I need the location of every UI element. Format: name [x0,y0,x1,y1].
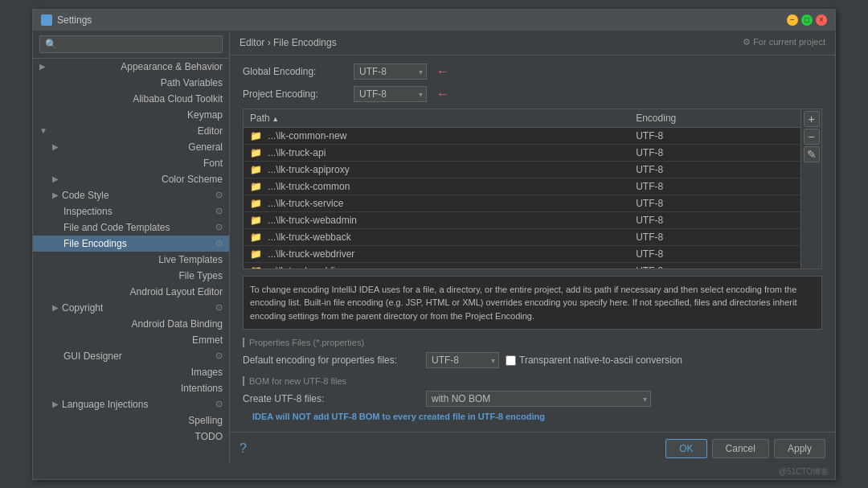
transparent-conversion-checkbox[interactable] [506,355,516,366]
path-cell: 📁 ...\lk-truck-webfixer [244,262,629,269]
global-encoding-select[interactable]: UTF-8 UTF-16 ISO-8859-1 GBK [354,64,427,80]
folder-icon: 📁 [250,265,262,269]
table-row[interactable]: 📁 ...\lk-truck-webadmin UTF-8 [244,211,800,228]
bom-section: BOM for new UTF-8 files Create UTF-8 fil… [243,376,822,421]
sidebar-item-android-data-binding[interactable]: Android Data Binding [33,316,229,332]
sidebar-item-file-encodings[interactable]: File Encodings⊙ [33,236,229,252]
sidebar-item-file-code-templates[interactable]: File and Code Templates⊙ [33,219,229,236]
table-action-buttons: + − ✎ [800,109,821,269]
encoding-cell: UTF-8 [629,127,800,144]
sidebar-item-label: Images [191,367,223,378]
close-button[interactable]: × [816,14,827,26]
minimize-button[interactable]: − [787,14,798,26]
sidebar-item-emmet[interactable]: Emmet [33,332,229,348]
sidebar-item-code-style[interactable]: ▶Code Style⊙ [33,187,229,203]
sidebar-item-label: Font [203,158,223,169]
path-encoding-table-container: Path Encoding 📁 ...\lk-common-new UTF-8 … [243,109,822,269]
sidebar-item-alibaba[interactable]: Alibaba Cloud Toolkit [33,91,229,107]
table-row[interactable]: 📁 ...\lk-truck-apiproxy UTF-8 [244,161,800,178]
sidebar-item-gui-designer[interactable]: GUI Designer⊙ [33,348,229,364]
help-button[interactable]: ? [240,441,247,456]
path-cell: 📁 ...\lk-truck-apiproxy [244,161,629,178]
encoding-column-header[interactable]: Encoding [629,109,800,128]
arrow-icon: ▶ [52,142,59,151]
app-icon [41,14,52,26]
arrow-icon: ▶ [52,191,59,199]
project-encoding-select[interactable]: UTF-8 UTF-16 ISO-8859-1 GBK [354,86,427,102]
sidebar-item-todo[interactable]: TODO [33,429,229,445]
bom-note-prefix: IDEA will NOT add [252,412,332,421]
sidebar-item-label: File and Code Templates [63,222,170,233]
sidebar-item-label: Alibaba Cloud Toolkit [133,93,223,105]
encoding-cell: UTF-8 [629,228,800,245]
sidebar-item-intentions[interactable]: Intentions [33,380,229,396]
remove-row-button[interactable]: − [804,129,820,145]
table-wrapper: Path Encoding 📁 ...\lk-common-new UTF-8 … [244,109,800,269]
sidebar-item-label: Keymap [187,109,223,121]
footer: ? OK Cancel Apply [230,432,835,465]
right-panel: Editor › File Encodings ⚙ For current pr… [230,31,835,465]
sidebar-item-keymap[interactable]: Keymap [33,107,229,123]
settings-panel: Global Encoding: UTF-8 UTF-16 ISO-8859-1… [230,55,835,432]
add-row-button[interactable]: + [804,111,820,127]
sidebar-item-label: Editor [198,125,223,137]
transparent-conversion-label: Transparent native-to-ascii conversion [519,355,682,366]
settings-icon: ⊙ [215,399,223,409]
breadcrumb-note: ⚙ For current project [743,37,825,47]
title-bar-left: Settings [41,14,92,26]
path-column-header[interactable]: Path [244,109,629,128]
path-cell: 📁 ...\lk-truck-api [244,144,629,161]
sidebar-item-label: Color Scheme [162,174,223,185]
table-row[interactable]: 📁 ...\lk-truck-common UTF-8 [244,178,800,195]
folder-icon: 📁 [250,181,262,192]
table-row[interactable]: 📁 ...\lk-common-new UTF-8 [244,127,800,144]
bom-select-wrapper: with NO BOM with BOM [426,391,651,407]
path-cell: 📁 ...\lk-truck-webdriver [244,245,629,262]
sidebar-item-label: Android Data Binding [132,318,223,330]
sidebar-item-color-scheme[interactable]: ▶Color Scheme [33,171,229,187]
sidebar-item-spelling[interactable]: Spelling [33,412,229,429]
search-input[interactable] [39,35,223,53]
search-box [33,31,229,59]
table-row[interactable]: 📁 ...\lk-truck-webfixer UTF-8 [244,262,800,269]
global-encoding-row: Global Encoding: UTF-8 UTF-16 ISO-8859-1… [243,64,822,80]
sidebar-item-label: TODO [195,431,223,442]
sidebar-item-inspections[interactable]: Inspections⊙ [33,203,229,219]
maximize-button[interactable]: □ [801,14,813,26]
bom-note-link: UTF-8 BOM [332,412,380,421]
sidebar-item-language-injections[interactable]: ▶Language Injections⊙ [33,396,229,412]
sidebar-item-file-types[interactable]: File Types [33,268,229,284]
sidebar-item-editor[interactable]: ▼Editor [33,123,229,139]
path-cell: 📁 ...\lk-truck-service [244,195,629,211]
sidebar-item-label: Intentions [181,383,223,394]
table-header-row: Path Encoding [244,109,800,128]
table-row[interactable]: 📁 ...\lk-truck-webdriver UTF-8 [244,245,800,262]
edit-row-button[interactable]: ✎ [804,146,820,162]
sidebar-item-images[interactable]: Images [33,364,229,380]
properties-encoding-select[interactable]: UTF-8 ISO-8859-1 GBK [426,352,499,368]
cancel-button[interactable]: Cancel [712,439,769,458]
apply-button[interactable]: Apply [774,439,825,458]
sidebar-item-appearance[interactable]: ▶Appearance & Behavior [33,59,229,75]
ok-button[interactable]: OK [665,439,706,458]
bom-note-suffix: to every created file in UTF-8 encoding [380,412,545,421]
settings-icon: ⊙ [215,351,223,361]
settings-icon: ⊙ [215,302,223,313]
arrow-icon: ▶ [52,174,59,183]
sidebar-item-general[interactable]: ▶General [33,139,229,155]
path-cell: 📁 ...\lk-common-new [244,127,629,144]
table-row[interactable]: 📁 ...\lk-truck-api UTF-8 [244,144,800,161]
sidebar-item-path-variables[interactable]: Path Variables [33,75,229,91]
sidebar-item-label: Inspections [63,206,113,217]
table-row[interactable]: 📁 ...\lk-truck-webback UTF-8 [244,228,800,245]
table-row[interactable]: 📁 ...\lk-truck-service UTF-8 [244,195,800,211]
sidebar-item-font[interactable]: Font [33,155,229,171]
folder-icon: 📁 [250,130,262,141]
default-encoding-label: Default encoding for properties files: [243,355,420,366]
path-encoding-table: Path Encoding 📁 ...\lk-common-new UTF-8 … [244,109,800,269]
sidebar-item-copyright[interactable]: ▶Copyright⊙ [33,300,229,316]
sidebar-item-live-templates[interactable]: Live Templates [33,252,229,268]
bom-create-select[interactable]: with NO BOM with BOM [426,391,651,407]
sidebar-item-android-layout-editor[interactable]: Android Layout Editor [33,284,229,300]
title-bar-controls: − □ × [787,14,827,26]
